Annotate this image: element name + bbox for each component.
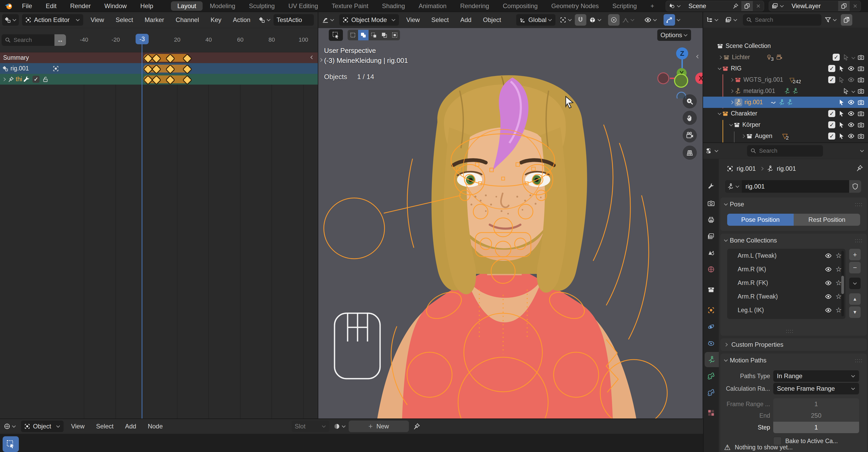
drag-handle[interactable]: ::::: [855, 238, 863, 244]
render-icon[interactable]: [858, 54, 864, 61]
tab-bone-constraints[interactable]: [703, 385, 719, 400]
drag-handle[interactable]: ::::: [855, 201, 863, 207]
new-collection-button[interactable]: [841, 14, 852, 26]
render-icon[interactable]: [858, 122, 864, 128]
exclude-checkbox[interactable]: ✓: [828, 132, 835, 140]
panel-expand-icon[interactable]: [724, 343, 728, 346]
properties-options-dropdown[interactable]: [859, 145, 865, 157]
outliner-row-rig-collection[interactable]: RIG ✓: [703, 63, 868, 74]
editor-type-button[interactable]: [320, 14, 336, 26]
shader-type-dropdown[interactable]: Object: [21, 421, 64, 432]
solo-star-icon[interactable]: ☆: [836, 279, 842, 287]
zoom-button[interactable]: [683, 94, 697, 109]
snap-settings-dropdown[interactable]: [588, 14, 603, 26]
workspace-tab-rendering[interactable]: Rendering: [454, 1, 496, 11]
proportional-falloff-dropdown[interactable]: [621, 14, 636, 26]
browse-material-button[interactable]: [333, 421, 347, 432]
render-icon[interactable]: [858, 88, 864, 94]
exclude-checkbox[interactable]: ✓: [833, 54, 840, 61]
selectable-icon[interactable]: [843, 88, 849, 94]
render-icon[interactable]: [858, 65, 864, 72]
channel-thi[interactable]: thi ✓: [0, 74, 318, 85]
lock-open-icon[interactable]: [42, 76, 49, 83]
camera-view-button[interactable]: [683, 128, 697, 143]
menu-window[interactable]: Window: [98, 0, 133, 12]
menu-render[interactable]: Render: [63, 0, 98, 12]
new-material-button[interactable]: + New: [349, 421, 409, 432]
hide-icon[interactable]: [847, 132, 855, 140]
solo-star-icon[interactable]: ☆: [836, 306, 842, 314]
hide-icon[interactable]: [851, 55, 855, 59]
render-icon[interactable]: [858, 77, 864, 83]
render-icon[interactable]: [858, 99, 864, 106]
editing-context-dropdown[interactable]: Action Editor: [22, 14, 83, 26]
outliner-row-metarig[interactable]: metarig.001: [703, 85, 868, 97]
tab-tool[interactable]: [703, 179, 719, 194]
move-down-button[interactable]: ▼: [849, 306, 861, 318]
hide-icon[interactable]: [847, 65, 855, 72]
panel-collapse-icon[interactable]: [724, 358, 728, 362]
hide-icon[interactable]: [847, 99, 855, 106]
navigation-gizmo[interactable]: Z X Y: [651, 36, 703, 98]
viewlayer-delete-button[interactable]: [850, 1, 861, 11]
workspace-tab-modeling[interactable]: Modeling: [204, 1, 242, 11]
action-name-field[interactable]: TestActio: [274, 14, 314, 26]
expand-icon[interactable]: [718, 55, 722, 59]
ds-menu-marker[interactable]: Marker: [139, 16, 170, 24]
channel-rig001[interactable]: rig.001: [0, 63, 318, 74]
filter-dropdown[interactable]: [823, 14, 839, 26]
workspace-tab-layout[interactable]: Layout: [171, 1, 202, 11]
visibility-eye-icon[interactable]: [825, 252, 832, 259]
bone-collection-row[interactable]: Arm.R (IK) ☆: [727, 262, 845, 276]
exclude-checkbox[interactable]: ✓: [828, 121, 835, 128]
outliner-row-charakter[interactable]: Charakter ✓: [703, 108, 868, 119]
selectable-icon[interactable]: [838, 110, 845, 117]
tab-object[interactable]: [703, 302, 719, 318]
pan-button[interactable]: [683, 111, 697, 125]
workspace-tab-animation[interactable]: Animation: [412, 1, 453, 11]
channel-enable-checkbox[interactable]: ✓: [32, 76, 39, 83]
selectable-icon[interactable]: [838, 122, 845, 128]
selectable-icon[interactable]: [838, 65, 845, 72]
viewlayer-new-button[interactable]: [838, 1, 850, 11]
exclude-checkbox[interactable]: ✓: [828, 76, 835, 83]
active-tool-select-box[interactable]: [329, 29, 343, 41]
tab-world[interactable]: [703, 262, 719, 277]
ne-menu-select[interactable]: Select: [90, 423, 119, 430]
workspace-tab-texture-paint[interactable]: Texture Paint: [326, 1, 375, 11]
scene-pin-icon[interactable]: [730, 1, 741, 11]
outliner-viewlayer-dropdown[interactable]: [723, 14, 739, 26]
channel-summary[interactable]: Summary: [0, 52, 318, 63]
tab-bone[interactable]: [703, 368, 719, 384]
workspace-tab-sculpting[interactable]: Sculpting: [243, 1, 281, 11]
ds-menu-channel[interactable]: Channel: [170, 16, 205, 24]
workspace-tab-geometry-nodes[interactable]: Geometry Nodes: [545, 1, 605, 11]
workspace-tab-scripting[interactable]: Scripting: [606, 1, 643, 11]
end-field[interactable]: 250: [773, 410, 859, 421]
bone-collections-title[interactable]: Bone Collections: [730, 237, 777, 244]
editor-type-button[interactable]: [2, 14, 19, 26]
expand-icon[interactable]: [741, 134, 745, 138]
pose-position-button[interactable]: Pose Position: [727, 214, 794, 226]
properties-search-input[interactable]: [758, 147, 807, 154]
select-mode-intersect[interactable]: [390, 30, 400, 40]
collapse-icon[interactable]: [718, 111, 721, 115]
bone-collection-row[interactable]: Arm.R (Tweak) ☆: [727, 290, 845, 303]
remove-bone-collection-button[interactable]: −: [849, 262, 861, 273]
workspace-tab-uv-editing[interactable]: UV Editing: [282, 1, 324, 11]
properties-editor-type-button[interactable]: [704, 145, 720, 157]
mode-dropdown[interactable]: Object Mode: [339, 14, 399, 26]
scene-name[interactable]: Scene: [684, 2, 730, 10]
action-slot-icon[interactable]: [52, 65, 59, 72]
tab-object-data[interactable]: [705, 352, 719, 367]
selectable-icon[interactable]: [843, 54, 849, 60]
expand-icon[interactable]: [2, 77, 6, 81]
tab-collection[interactable]: [703, 282, 719, 297]
add-bone-collection-button[interactable]: +: [849, 249, 861, 260]
select-mode-extend[interactable]: [358, 30, 369, 40]
custom-properties-panel[interactable]: Custom Properties: [720, 338, 867, 351]
pin-material-icon[interactable]: [413, 423, 421, 430]
visibility-eye-icon[interactable]: [825, 279, 832, 287]
collapse-icon[interactable]: [729, 122, 733, 126]
render-icon[interactable]: [858, 133, 864, 140]
